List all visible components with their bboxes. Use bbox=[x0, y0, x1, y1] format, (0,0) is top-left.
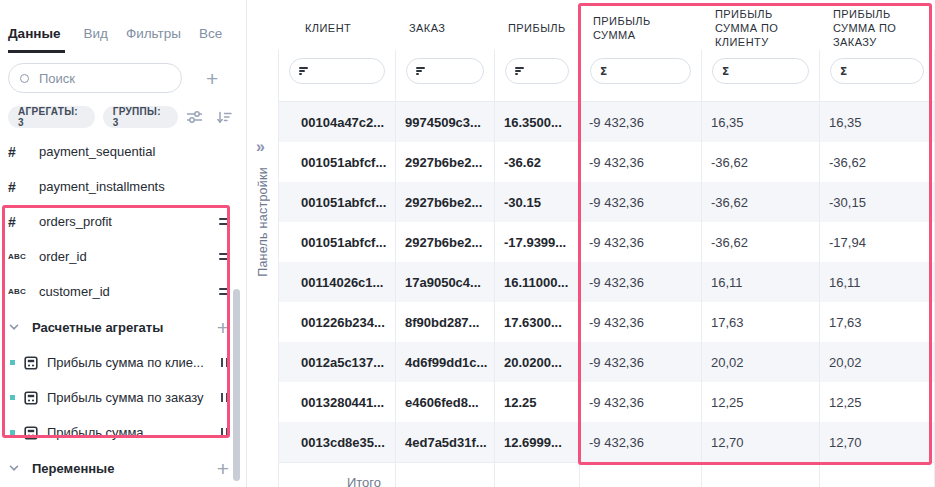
cell-r3-c2: -17.9399... bbox=[495, 222, 580, 262]
section-variables-header[interactable]: Переменные+ bbox=[8, 450, 246, 486]
list-toolbar bbox=[186, 109, 232, 125]
aggregate-item-1[interactable]: Прибыль сумма по заказу bbox=[8, 380, 246, 415]
field-menu-icon[interactable] bbox=[219, 250, 229, 263]
column-filter-input-2[interactable] bbox=[505, 58, 569, 84]
cell-r8-c3: -9 432,36 bbox=[580, 422, 702, 462]
tab-all[interactable]: Все bbox=[199, 26, 222, 53]
add-variable-button[interactable]: + bbox=[217, 458, 229, 479]
aggregate-pause-icon[interactable] bbox=[219, 428, 229, 437]
aggregate-marker bbox=[10, 360, 15, 365]
cell-r3-c3: -9 432,36 bbox=[580, 222, 702, 262]
field-order_id[interactable]: ABCorder_id bbox=[8, 239, 246, 274]
table-total-row: Итого bbox=[278, 462, 935, 487]
cell-r5-c1: 8f90bd287... bbox=[396, 302, 495, 342]
table-row-7: 0013280441...e4606fed8...12.25-9 432,361… bbox=[278, 382, 935, 422]
aggregate-pause-icon[interactable] bbox=[219, 358, 229, 367]
cell-r2-c0: 001051abfcf... bbox=[278, 182, 396, 222]
column-header-0[interactable]: КЛИЕНТ bbox=[278, 0, 396, 50]
cell-r1-c0: 001051abfcf... bbox=[278, 142, 396, 182]
section-aggregates-header[interactable]: Расчетные агрегаты+ bbox=[8, 309, 246, 345]
cell-r6-c2: 20.0200... bbox=[495, 342, 580, 382]
cell-r4-c2: 16.11000... bbox=[495, 262, 580, 302]
add-field-button[interactable]: + bbox=[206, 68, 218, 89]
text-type-icon: ABC bbox=[8, 252, 39, 261]
field-name: payment_sequential bbox=[39, 144, 229, 159]
spacer-cell bbox=[278, 92, 396, 102]
field-name: customer_id bbox=[39, 284, 219, 299]
cell-r7-c1: e4606fed8... bbox=[396, 382, 495, 422]
spacer-cell bbox=[580, 92, 702, 102]
filter-cell-5: Σ bbox=[820, 50, 935, 92]
cell-r4-c0: 00114026c1... bbox=[278, 262, 396, 302]
column-header-4[interactable]: ПРИБЫЛЬ СУММА ПО КЛИЕНТУ bbox=[702, 0, 820, 50]
column-filter-input-1[interactable] bbox=[406, 58, 484, 84]
calculated-field-icon bbox=[24, 426, 47, 440]
cell-r1-c3: -9 432,36 bbox=[580, 142, 702, 182]
badge-aggregates[interactable]: АГРЕГАТЫ: 3 bbox=[8, 106, 95, 128]
sort-icon[interactable] bbox=[216, 110, 232, 125]
filter-cell-4: Σ bbox=[702, 50, 820, 92]
column-header-2[interactable]: ПРИБЫЛЬ bbox=[495, 0, 580, 50]
data-preview-table: КЛИЕНТЗАКАЗПРИБЫЛЬПРИБЫЛЬ СУММАПРИБЫЛЬ С… bbox=[278, 0, 935, 487]
field-payment_sequential[interactable]: #payment_sequential bbox=[8, 134, 246, 169]
cell-r7-c2: 12.25 bbox=[495, 382, 580, 422]
cell-r7-c4: 12,25 bbox=[702, 382, 820, 422]
aggregate-item-2[interactable]: Прибыль сумма bbox=[8, 415, 246, 450]
field-customer_id[interactable]: ABCcustomer_id bbox=[8, 274, 246, 309]
column-header-1[interactable]: ЗАКАЗ bbox=[396, 0, 495, 50]
chevron-down-icon[interactable] bbox=[8, 462, 32, 474]
field-payment_installments[interactable]: #payment_installments bbox=[8, 169, 246, 204]
cell-r3-c0: 001051abfcf... bbox=[278, 222, 396, 262]
sidebar-tabs: ДанныеВидФильтрыВсе bbox=[8, 26, 246, 53]
aggregate-name: Прибыль сумма bbox=[47, 425, 219, 440]
column-filter-input-4[interactable]: Σ bbox=[712, 58, 809, 84]
tab-view[interactable]: Вид bbox=[83, 26, 107, 53]
cell-r4-c4: 16,11 bbox=[702, 262, 820, 302]
search-input[interactable] bbox=[37, 70, 170, 87]
column-header-5[interactable]: ПРИБЫЛЬ СУММА ПО ЗАКАЗУ bbox=[820, 0, 935, 50]
search-row: + bbox=[8, 63, 246, 93]
cell-r6-c3: -9 432,36 bbox=[580, 342, 702, 382]
column-filter-input-3[interactable]: Σ bbox=[590, 58, 691, 84]
number-type-icon: # bbox=[8, 214, 39, 230]
chevron-down-icon[interactable] bbox=[8, 321, 32, 333]
table-row-6: 0012a5c137...4d6f99dd1c...20.0200...-9 4… bbox=[278, 342, 935, 382]
add-aggregate-button[interactable]: + bbox=[217, 317, 229, 338]
column-header-3[interactable]: ПРИБЫЛЬ СУММА bbox=[580, 0, 702, 50]
cell-r8-c1: 4ed7a5d31f... bbox=[396, 422, 495, 462]
sidebar-scrollbar-thumb[interactable] bbox=[233, 289, 240, 481]
cell-r7-c3: -9 432,36 bbox=[580, 382, 702, 422]
cell-r6-c0: 0012a5c137... bbox=[278, 342, 396, 382]
table-header-row: КЛИЕНТЗАКАЗПРИБЫЛЬПРИБЫЛЬ СУММАПРИБЫЛЬ С… bbox=[278, 0, 935, 50]
field-menu-icon[interactable] bbox=[219, 215, 229, 228]
cell-r4-c5: 16,11 bbox=[820, 262, 935, 302]
cell-r5-c0: 001226b234... bbox=[278, 302, 396, 342]
cell-r4-c3: -9 432,36 bbox=[580, 262, 702, 302]
column-filter-input-5[interactable]: Σ bbox=[830, 58, 924, 84]
section-title: Переменные bbox=[32, 461, 217, 476]
filter-settings-icon[interactable] bbox=[186, 109, 203, 125]
aggregate-pause-icon[interactable] bbox=[219, 393, 229, 402]
sigma-filter-icon: Σ bbox=[840, 66, 847, 77]
cell-r2-c3: -9 432,36 bbox=[580, 182, 702, 222]
table-row-5: 001226b234...8f90bd287...17.6300...-9 43… bbox=[278, 302, 935, 342]
cell-r8-c2: 12.6999... bbox=[495, 422, 580, 462]
field-menu-icon[interactable] bbox=[219, 285, 229, 298]
badge-groups[interactable]: ГРУППЫ: 3 bbox=[103, 106, 178, 128]
column-filter-input-0[interactable] bbox=[289, 58, 385, 84]
table-row-4: 00114026c1...17a9050c4...16.11000...-9 4… bbox=[278, 262, 935, 302]
tab-filters[interactable]: Фильтры bbox=[126, 26, 181, 53]
table-filter-row: ΣΣΣ bbox=[278, 50, 935, 92]
total-cell-3 bbox=[580, 462, 702, 487]
aggregate-item-0[interactable]: Прибыль сумма по клие... bbox=[8, 345, 246, 380]
number-type-icon: # bbox=[8, 144, 39, 160]
total-cell-4 bbox=[702, 462, 820, 487]
cell-r4-c1: 17a9050c4... bbox=[396, 262, 495, 302]
field-orders_profit[interactable]: #orders_profit bbox=[8, 204, 246, 239]
tab-data[interactable]: Данные bbox=[8, 26, 65, 53]
total-label-cell: Итого bbox=[278, 462, 396, 487]
filter-cell-3: Σ bbox=[580, 50, 702, 92]
collapse-panel-icon[interactable]: » bbox=[256, 139, 265, 155]
total-cell-1 bbox=[396, 462, 495, 487]
search-box[interactable] bbox=[8, 63, 182, 93]
